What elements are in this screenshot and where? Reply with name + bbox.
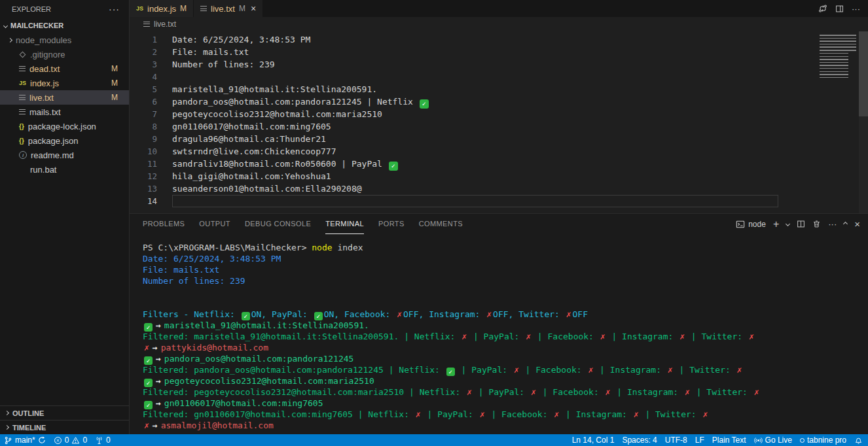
sidebar-section-outline[interactable]: OUTLINE (0, 405, 129, 420)
panel-tab-comments[interactable]: COMMENTS (419, 214, 463, 234)
minimap-lines (820, 35, 856, 52)
new-terminal-button[interactable]: + (773, 218, 779, 230)
error-icon (54, 436, 62, 445)
split-terminal-icon[interactable] (797, 220, 805, 228)
terminal-text: | Instagram: (560, 409, 632, 419)
line-content[interactable]: Date: 6/25/2024, 3:48:53 PM (172, 33, 778, 46)
sidebar-section-timeline[interactable]: TIMELINE (0, 420, 129, 434)
status-item-indentation[interactable]: Spaces: 4 (622, 436, 657, 445)
chevron-down-icon[interactable] (786, 222, 790, 226)
status-item-notifications[interactable] (854, 436, 863, 445)
cross-icon: ✗ (144, 343, 149, 352)
editor-scrollbar-track[interactable] (859, 31, 868, 213)
kill-terminal-button[interactable] (812, 220, 821, 228)
cross-icon: ✗ (554, 409, 559, 419)
close-panel-button[interactable]: × (854, 218, 860, 230)
status-item-problems[interactable]: 00 (54, 436, 87, 445)
tab-modified-badge: M (239, 4, 245, 13)
close-icon[interactable]: × (251, 3, 256, 14)
cross-icon: ✗ (416, 409, 421, 419)
line-content[interactable]: File: mails.txt (172, 46, 778, 58)
terminal-text: | Twitter: (686, 332, 748, 341)
terminal-text: | Facebook: (532, 332, 599, 341)
line-content[interactable] (172, 195, 778, 207)
tab-index.js[interactable]: JSindex.jsM (130, 0, 194, 17)
sidebar-item-package.json[interactable]: {}package.json (0, 133, 129, 148)
more-actions-icon[interactable]: ··· (828, 219, 837, 229)
file-label: mails.txt (29, 107, 61, 117)
check-icon: ✓ (389, 162, 398, 171)
line-content[interactable]: gn01106017@hotmail.com:ming7605 (172, 120, 778, 133)
split-editor-icon[interactable] (835, 5, 844, 13)
minimap[interactable] (820, 35, 856, 79)
sidebar-item-live.txt[interactable]: live.txtM (0, 90, 129, 105)
status-item-go-live[interactable]: Go Live (754, 436, 792, 445)
more-actions-button[interactable]: ··· (828, 219, 837, 229)
tab-live.txt[interactable]: live.txtM× (194, 0, 263, 17)
maximize-panel-button[interactable] (844, 222, 847, 226)
bottom-panel: PROBLEMSOUTPUTDEBUG CONSOLETERMINALPORTS… (130, 213, 868, 434)
panel-tab-problems[interactable]: PROBLEMS (143, 214, 185, 234)
sidebar-item-.gitignore[interactable]: .gitignore (0, 47, 129, 61)
sidebar-item-node_modules[interactable]: node_modules (0, 33, 129, 47)
breadcrumb[interactable]: live.txt (130, 17, 868, 31)
sidebar-item-package-lock.json[interactable]: {}package-lock.json (0, 119, 129, 133)
close-panel-icon[interactable]: × (854, 218, 860, 230)
editor-line-7: 7pegoteycocoliso2312@hotmail.com:maria25… (130, 108, 868, 120)
panel-tab-output[interactable]: OUTPUT (199, 214, 230, 234)
js-icon: JS (136, 5, 143, 12)
new-terminal-icon[interactable]: + (773, 218, 779, 230)
chevron-up-icon[interactable] (843, 222, 848, 226)
status-item-git-branch[interactable]: main* (4, 436, 46, 445)
terminal-text: pattykids@hotmail.com (161, 343, 268, 352)
line-content[interactable]: sandraliv18@hotmail.com:Ro050600 | PayPa… (172, 158, 778, 170)
line-content[interactable]: maristella_91@hotmail.it:Stellina200591. (172, 83, 778, 95)
terminal-line-16: Filtered: gn01106017@hotmail.com:ming760… (143, 409, 868, 420)
explorer-more-actions-icon[interactable]: ··· (109, 4, 120, 14)
sidebar-item-run.bat[interactable]: run.bat (0, 162, 129, 177)
line-content[interactable]: swtsrndr@live.com:Chickencoop777 (172, 145, 778, 158)
profiles-dropdown-button[interactable] (786, 222, 789, 226)
terminal-line-7: Filters - Netflix: ✓ON, PayPal: ✓ON, Fac… (143, 309, 868, 320)
status-item-cursor-position[interactable]: Ln 14, Col 1 (572, 436, 615, 445)
cross-icon: ✗ (486, 309, 492, 319)
line-content[interactable]: dragula96@hotmail.ca:Thunder21 (172, 133, 778, 145)
status-item-eol[interactable]: LF (695, 436, 704, 445)
panel-tab-terminal[interactable]: TERMINAL (325, 214, 364, 234)
terminal-output[interactable]: PS C:\xPROGRAM-LABS\MailChecker> node in… (130, 234, 868, 434)
project-folder-row[interactable]: MAILCHECKER (0, 18, 129, 33)
line-content[interactable]: Number of lines: 239 (172, 58, 778, 71)
panel-tab-ports[interactable]: PORTS (378, 214, 405, 234)
panel-tab-debug-console[interactable]: DEBUG CONSOLE (245, 214, 311, 234)
status-item-ports[interactable]: 0 (95, 436, 111, 445)
cross-icon: ✗ (531, 387, 536, 397)
editor-scrollbar-thumb[interactable] (859, 31, 868, 116)
status-item-language-mode[interactable]: Plain Text (712, 436, 746, 445)
line-content[interactable]: hila_gigi@hotmail.com:Yehoshua1 (172, 170, 778, 182)
more-actions-icon[interactable]: ··· (852, 4, 860, 14)
sidebar-item-dead.txt[interactable]: dead.txtM (0, 61, 129, 76)
open-changes-icon[interactable] (818, 4, 827, 13)
editor-line-5: 5maristella_91@hotmail.it:Stellina200591… (130, 83, 868, 95)
line-content[interactable]: pandora_oos@hotmail.com:pandora121245 | … (172, 95, 778, 108)
line-content[interactable]: pegoteycocoliso2312@hotmail.com:maria251… (172, 108, 778, 120)
terminal-text: OFF, Instagram: (403, 309, 485, 319)
terminal-text: ON, PayPal: (251, 309, 313, 319)
cross-icon: ✗ (737, 365, 742, 375)
status-item-tabnine[interactable]: tabnine pro (800, 436, 846, 445)
terminal-text: | PayPal: (473, 387, 530, 397)
editor-pane[interactable]: 1Date: 6/25/2024, 3:48:53 PM2File: mails… (130, 31, 868, 213)
terminal-shell-selector[interactable]: node (736, 220, 766, 229)
sidebar-item-readme.md[interactable]: ireadme.md (0, 148, 129, 162)
sidebar-item-index.js[interactable]: JSindex.jsM (0, 76, 129, 90)
file-lines-icon (19, 95, 26, 100)
line-content[interactable] (172, 71, 778, 83)
line-number: 11 (130, 158, 157, 170)
tab-bar: JSindex.jsMlive.txtM× ··· (130, 0, 868, 17)
terminal-text: Date: 6/25/2024, 3:48:53 PM (143, 254, 281, 264)
line-content[interactable]: sueanderson01@hotmail.com:Ella290208@ (172, 182, 778, 195)
trash-icon[interactable] (812, 220, 821, 228)
sidebar-item-mails.txt[interactable]: mails.txt (0, 105, 129, 119)
split-terminal-button[interactable] (797, 220, 805, 228)
status-item-encoding[interactable]: UTF-8 (665, 436, 687, 445)
